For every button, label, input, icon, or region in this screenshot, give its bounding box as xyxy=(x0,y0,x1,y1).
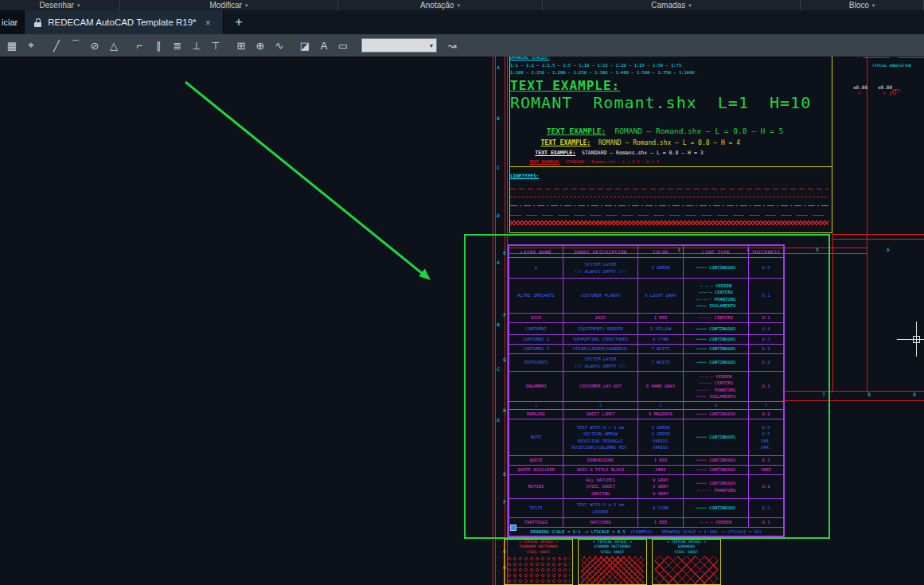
align-top-icon[interactable]: ⊤ xyxy=(207,37,224,54)
menu-item[interactable]: Bloco ▾ xyxy=(801,0,924,10)
menu-item-label: Bloco xyxy=(849,1,869,10)
hatch-icon[interactable]: ▦ xyxy=(3,37,21,54)
new-tab-button[interactable]: + xyxy=(235,10,242,34)
TEARDROP PATTERNED STEEL SHEET: = TIPICAL DETAIL = TEARDROP PATTERNED ST… xyxy=(504,539,573,585)
center-mark-icon[interactable]: ⊕ xyxy=(251,37,269,54)
chevron-down-icon: ▾ xyxy=(430,42,433,49)
grid-number: 6 xyxy=(883,248,893,252)
menu-item[interactable]: Anotação ▾ xyxy=(338,0,543,10)
tab-title: REDECAM AutoCAD Template R19* xyxy=(48,18,196,27)
detail-hatch-pattern xyxy=(581,556,644,585)
construction-line xyxy=(867,57,867,392)
array-icon[interactable]: ≣ xyxy=(169,37,186,54)
drawing-canvas[interactable]: ABCDEAFBGCHDEFGH 3456789 DRAWING SCALES:… xyxy=(0,57,924,585)
scales-line: 1:100 – 1:150 – 1:200 – 1:250 – 1:300 – … xyxy=(510,70,695,75)
line-icon[interactable]: ╱ xyxy=(48,37,65,54)
fillet-icon[interactable]: ⌐ xyxy=(131,37,148,54)
construction-line xyxy=(864,57,890,58)
region-icon[interactable]: ▭ xyxy=(334,37,352,54)
grid-number: 8 xyxy=(864,392,874,397)
tab-start-partial[interactable]: iciar xyxy=(0,10,24,34)
close-tab-icon[interactable]: × xyxy=(205,17,212,29)
elevation-text: ±0.00 xyxy=(853,84,867,90)
construction-line xyxy=(898,57,924,58)
polygon-icon[interactable]: △ xyxy=(105,37,123,54)
level-symbol xyxy=(889,87,902,98)
chevron-down-icon: ▾ xyxy=(872,2,875,9)
toolbar-icon-group-left: ▦ ⌖ ╱ ⌒ ⊘ △ ⌐ ∥ ≣ ⊥ ⊤ ⊞ ⊕ ∿ ◪ A xyxy=(3,37,352,54)
crosshair-pickbox xyxy=(913,336,920,343)
detail-name: DIAMOND PATTERNED STEEL SHEET xyxy=(579,544,646,555)
detail-name: TEARDROP PATTERNED STEEL SHEET xyxy=(505,544,572,555)
gradient-icon[interactable]: ◪ xyxy=(296,37,314,54)
measure-icon[interactable]: ⊞ xyxy=(232,37,250,54)
construction-line xyxy=(832,239,924,240)
tab-drawing-active[interactable]: REDECAM AutoCAD Template R19* × xyxy=(24,10,224,34)
toolbar-dropdown[interactable]: ▾ xyxy=(361,38,437,53)
text-example-title: TEXT EXAMPLE: xyxy=(510,78,620,93)
selection-rectangle xyxy=(464,234,830,539)
detail-header: = TIPICAL DETAIL = xyxy=(505,540,572,544)
detail-header: = TIPICAL DETAIL = xyxy=(579,540,646,544)
construction-line xyxy=(832,233,833,392)
grip-point[interactable] xyxy=(510,525,517,531)
scales-line: 1:1 – 1:2 – 1:2.5 – 1:5 – 1:10 – 1:15 – … xyxy=(510,63,681,68)
linetype-sample-hidden xyxy=(510,197,828,197)
level-triangle-icon: ▽ xyxy=(883,91,886,96)
linetype-sample-phantom xyxy=(510,215,828,216)
drawing-scales-title: DRAWING SCALES: xyxy=(510,57,550,60)
menu-item-label: Desenhar xyxy=(40,1,74,10)
text-example-romant: ROMANT Romant.shx L=1 H=10 xyxy=(510,93,811,112)
quick-toolbar: ▦ ⌖ ╱ ⌒ ⊘ △ ⌐ ∥ ≣ ⊥ ⊤ ⊞ ⊕ ∿ ◪ A xyxy=(0,34,924,57)
lock-icon xyxy=(34,18,42,27)
menu-item-label: Modificar xyxy=(209,1,242,10)
chevron-down-icon: ▾ xyxy=(688,2,692,9)
text-icon[interactable]: A xyxy=(315,37,333,54)
linetype-sample-zigzag xyxy=(510,220,828,225)
arc-icon[interactable]: ⌒ xyxy=(67,37,84,54)
detail-name: EXPANDED STEEL SHEET xyxy=(653,544,720,555)
circle-icon[interactable]: ⊘ xyxy=(86,37,103,54)
file-tab-bar: iciar REDECAM AutoCAD Template R19* × + xyxy=(0,10,924,34)
chevron-down-icon: ▾ xyxy=(77,2,80,9)
menubar: Desenhar ▾ Modificar ▾ Anotação ▾ Camada… xyxy=(0,0,924,10)
snap-grid-icon[interactable]: ⌖ xyxy=(22,37,40,54)
detail-hatch-pattern xyxy=(507,556,570,585)
offset-icon[interactable]: ∥ xyxy=(150,37,167,54)
menu-item[interactable]: Modificar ▾ xyxy=(120,0,338,10)
EXPANDED STEEL SHEET: = TIPICAL DETAIL = EXPANDED STEEL SHEET xyxy=(652,539,721,585)
detail-hatch-pattern xyxy=(655,556,718,585)
construction-line xyxy=(832,234,924,235)
sheet-divider xyxy=(509,166,832,167)
align-bottom-icon[interactable]: ⊥ xyxy=(188,37,205,54)
menu-item-label: Camadas xyxy=(651,1,685,10)
linetype-sample-dashed xyxy=(510,189,828,189)
menu-item[interactable]: Desenhar ▾ xyxy=(0,0,120,10)
chevron-down-icon: ▾ xyxy=(245,2,248,9)
chevron-down-icon: ▾ xyxy=(457,2,460,9)
tipical-annotation-label: TIPICAL ANNOTATION xyxy=(872,64,911,68)
spline-icon[interactable]: ∿ xyxy=(271,37,288,54)
grid-number: 9 xyxy=(910,392,919,397)
level-triangle-icon: ▽ xyxy=(858,91,861,96)
menu-item-label: Anotação xyxy=(420,1,454,10)
menu-item[interactable]: Camadas ▾ xyxy=(543,0,801,10)
detail-header: = TIPICAL DETAIL = xyxy=(653,540,720,544)
linetype-sample-center xyxy=(510,205,828,206)
toolbar-icon-group-right: ↝ xyxy=(439,37,461,54)
multileader-icon[interactable]: ↝ xyxy=(443,37,461,54)
DIAMOND PATTERNED STEEL SHEET: = TIPICAL DETAIL = DIAMOND PATTERNED STE… xyxy=(578,539,647,585)
linetypes-title: LINETYPES: xyxy=(510,173,539,178)
